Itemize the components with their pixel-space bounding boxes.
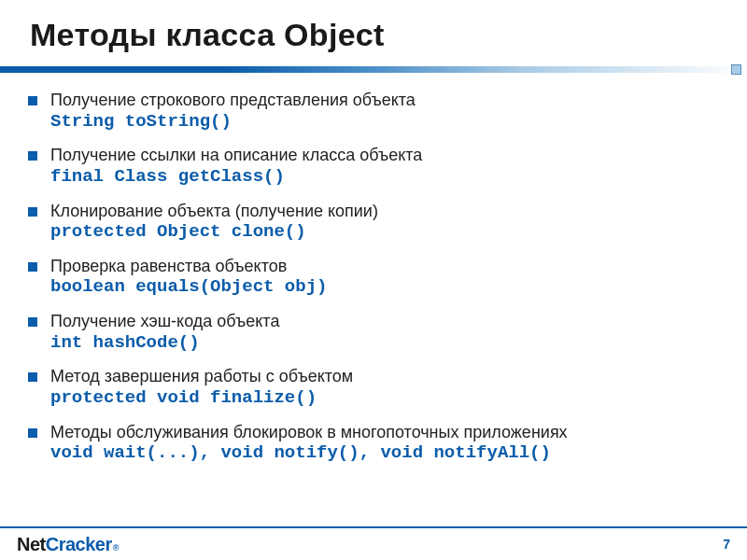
list-item-desc: Клонирование объекта (получение копии) <box>50 201 747 222</box>
list-item-code: void wait(...), void notify(), void noti… <box>50 442 747 465</box>
list-item: Получение строкового представления объек… <box>28 90 747 133</box>
footer: NetCracker® 7 <box>0 526 747 560</box>
slide-container: Методы класса Object Получение строковог… <box>0 0 747 560</box>
bullet-icon <box>28 96 37 105</box>
title-divider <box>0 66 747 73</box>
list-item-desc: Методы обслуживания блокировок в многопо… <box>50 422 747 443</box>
list-item: Методы обслуживания блокировок в многопо… <box>28 422 747 465</box>
logo-part2: Cracker <box>46 534 112 555</box>
bullet-icon <box>28 151 37 161</box>
list-item-code: protected Object clone() <box>50 221 747 244</box>
list-item-body: Клонирование объекта (получение копии) p… <box>50 201 747 244</box>
list-item: Проверка равенства объектов boolean equa… <box>28 256 747 299</box>
list-item-desc: Получение ссылки на описание класса объе… <box>50 145 747 166</box>
list-item-body: Получение ссылки на описание класса объе… <box>50 145 747 188</box>
list-item-desc: Метод завершения работы с объектом <box>50 366 747 387</box>
list-item-body: Проверка равенства объектов boolean equa… <box>50 256 747 299</box>
list-item-desc: Проверка равенства объектов <box>50 256 747 277</box>
logo-part1: Net <box>17 534 46 555</box>
list-item: Метод завершения работы с объектом prote… <box>28 366 747 409</box>
logo-registered: ® <box>113 543 120 553</box>
list-item-desc: Получение строкового представления объек… <box>50 90 747 111</box>
list-item-body: Метод завершения работы с объектом prote… <box>50 366 747 409</box>
list-item-body: Получение строкового представления объек… <box>50 90 747 133</box>
list-item-code: int hashCode() <box>50 332 747 355</box>
page-title: Методы класса Object <box>0 0 747 66</box>
list-item-code: final Class getClass() <box>50 166 747 189</box>
content-area: Получение строкового представления объек… <box>0 73 747 465</box>
list-item-code: boolean equals(Object obj) <box>50 276 747 299</box>
list-item-desc: Получение хэш-кода объекта <box>50 311 747 332</box>
list-item-code: protected void finalize() <box>50 387 747 410</box>
divider-end-marker <box>731 64 741 75</box>
bullet-icon <box>28 317 37 327</box>
list-item: Получение ссылки на описание класса объе… <box>28 145 747 188</box>
list-item-code: String toString() <box>50 111 747 133</box>
list-item-body: Получение хэш-кода объекта int hashCode(… <box>50 311 747 354</box>
bullet-icon <box>28 262 37 272</box>
list-item: Получение хэш-кода объекта int hashCode(… <box>28 311 747 354</box>
page-number: 7 <box>723 537 730 552</box>
logo: NetCracker® <box>17 534 119 555</box>
list-item-body: Методы обслуживания блокировок в многопо… <box>50 422 747 465</box>
bullet-icon <box>28 372 37 382</box>
bullet-icon <box>28 207 37 217</box>
bullet-icon <box>28 428 37 438</box>
list-item: Клонирование объекта (получение копии) p… <box>28 201 747 244</box>
